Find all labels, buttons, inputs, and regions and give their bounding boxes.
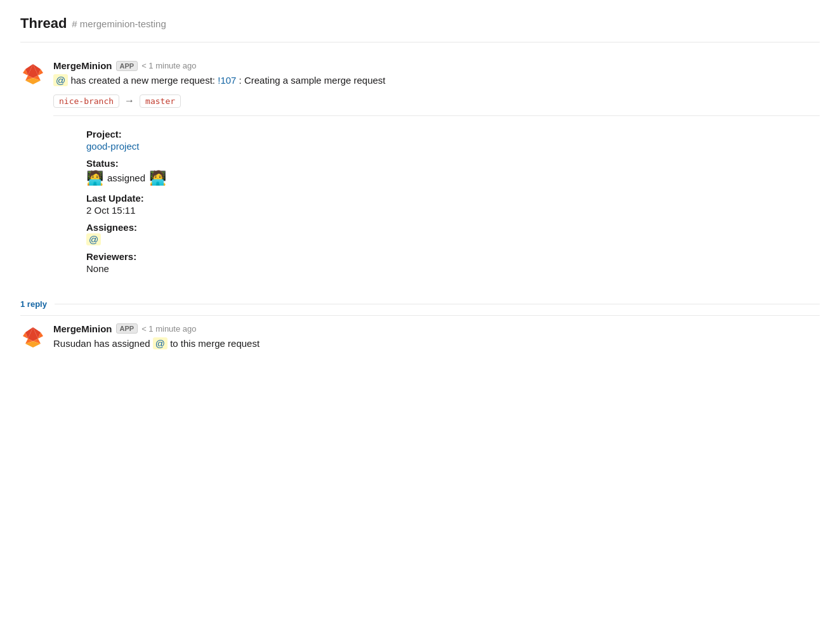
- replies-row[interactable]: 1 reply: [20, 293, 820, 315]
- branch-target[interactable]: master: [140, 94, 181, 108]
- timestamp-1: < 1 minute ago: [141, 61, 196, 70]
- project-row: Project: good-project: [86, 129, 820, 152]
- avatar-2: [20, 323, 46, 349]
- status-value: 🧑‍💻 assigned 🧑‍💻: [86, 170, 820, 186]
- replies-divider: [55, 304, 820, 304]
- thread-channel: # mergeminion-testing: [72, 18, 166, 29]
- assignee-mention[interactable]: @: [86, 233, 101, 245]
- arrow-icon: →: [124, 95, 135, 107]
- message-meta-2: MergeMinion APP < 1 minute ago: [53, 323, 820, 334]
- message-text-2: Rusudan has assigned @ to this merge req…: [53, 337, 820, 351]
- branch-row: nice-branch → master: [53, 94, 820, 108]
- status-row: Status: 🧑‍💻 assigned 🧑‍💻: [86, 158, 820, 186]
- message-meta-1: MergeMinion APP < 1 minute ago: [53, 60, 820, 71]
- status-text: assigned: [107, 172, 145, 183]
- app-badge-2: APP: [116, 323, 138, 334]
- mr-link[interactable]: !107: [218, 75, 236, 86]
- info-section: Project: good-project Status: 🧑‍💻 assign…: [86, 124, 820, 285]
- assignees-label: Assignees:: [86, 222, 820, 233]
- message-content-2: MergeMinion APP < 1 minute ago Rusudan h…: [53, 323, 820, 356]
- thread-header: Thread # mergeminion-testing: [20, 15, 820, 42]
- status-emoji-2: 🧑‍💻: [149, 170, 166, 186]
- branch-source[interactable]: nice-branch: [53, 94, 119, 108]
- last-update-value: 2 Oct 15:11: [86, 205, 820, 216]
- project-link[interactable]: good-project: [86, 141, 139, 152]
- sender-name-1: MergeMinion: [53, 60, 112, 71]
- assignees-value: @: [86, 234, 820, 245]
- msg2-mention[interactable]: @: [153, 337, 167, 349]
- msg2-text-part1: Rusudan has assigned: [53, 338, 150, 349]
- replies-count[interactable]: 1 reply: [20, 299, 47, 309]
- avatar: [20, 60, 46, 86]
- reviewers-label: Reviewers:: [86, 251, 820, 262]
- thread-title: Thread: [20, 15, 67, 32]
- divider-1: [53, 115, 820, 116]
- msg2-text-part2: to this merge request: [170, 338, 259, 349]
- message-2: MergeMinion APP < 1 minute ago Rusudan h…: [20, 315, 820, 364]
- timestamp-2: < 1 minute ago: [141, 324, 196, 334]
- text-part2: : Creating a sample merge request: [239, 75, 386, 86]
- text-part1: has created a new merge request:: [70, 75, 215, 86]
- reviewers-row: Reviewers: None: [86, 251, 820, 274]
- last-update-row: Last Update: 2 Oct 15:11: [86, 193, 820, 216]
- mention-1[interactable]: @: [53, 74, 68, 86]
- message-content-1: MergeMinion APP < 1 minute ago @ has cre…: [53, 60, 820, 285]
- sender-name-2: MergeMinion: [53, 323, 112, 334]
- message-1: MergeMinion APP < 1 minute ago @ has cre…: [20, 53, 820, 293]
- project-label: Project:: [86, 129, 820, 140]
- reviewers-value: None: [86, 263, 820, 274]
- message-text-1: @ has created a new merge request: !107 …: [53, 74, 820, 88]
- status-emoji-1: 🧑‍💻: [86, 170, 103, 186]
- assignees-row: Assignees: @: [86, 222, 820, 245]
- last-update-label: Last Update:: [86, 193, 820, 204]
- status-label: Status:: [86, 158, 820, 169]
- app-badge-1: APP: [116, 61, 138, 71]
